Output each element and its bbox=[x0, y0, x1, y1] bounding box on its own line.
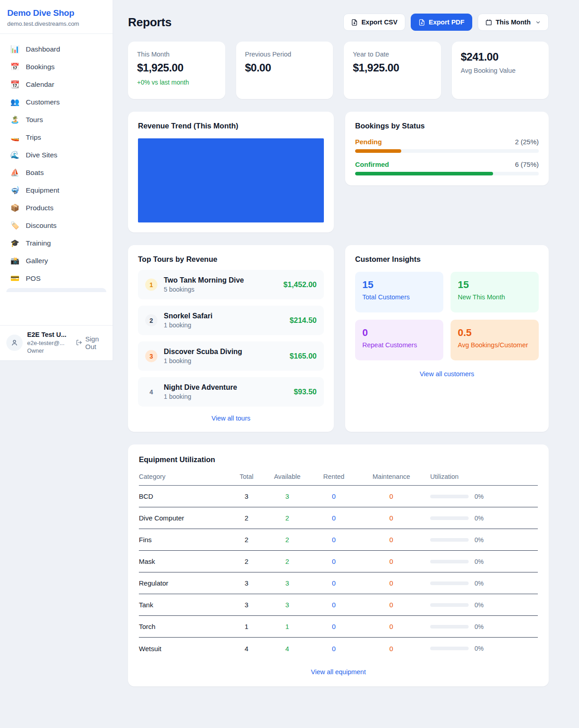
sidebar-item-label: Dashboard bbox=[26, 45, 60, 53]
user-role: Owner bbox=[27, 348, 71, 354]
revenue-trend-chart bbox=[138, 138, 324, 222]
shop-name[interactable]: Demo Dive Shop bbox=[7, 8, 105, 18]
rank-badge: 3 bbox=[145, 350, 157, 362]
sidebar-item-label: Gallery bbox=[26, 257, 48, 265]
sidebar-item-label: Products bbox=[26, 204, 53, 212]
tour-list-item[interactable]: 2 Snorkel Safari1 booking $214.50 bbox=[138, 306, 324, 335]
file-download-icon bbox=[418, 19, 425, 26]
progress-fill bbox=[355, 172, 493, 175]
equipment-utilization-title: Equipment Utilization bbox=[139, 455, 538, 464]
sidebar-item-gallery[interactable]: 📸Gallery bbox=[4, 252, 109, 269]
sidebar-item-boats[interactable]: ⛵Boats bbox=[4, 164, 109, 181]
equipment-maintenance: 0 bbox=[361, 536, 421, 544]
insight-tiles: 15 Total Customers 15 New This Month 0 R… bbox=[355, 272, 539, 360]
sidebar-item-calendar[interactable]: 📆Calendar bbox=[4, 76, 109, 93]
sidebar-item-discounts[interactable]: 🏷️Discounts bbox=[4, 217, 109, 234]
tour-name: Discover Scuba Diving bbox=[164, 348, 242, 355]
col-total: Total bbox=[225, 473, 268, 480]
tour-bookings-count: 1 booking bbox=[164, 357, 283, 364]
diving-mask-icon: 🤿 bbox=[10, 186, 20, 194]
stat-label: This Month bbox=[137, 51, 216, 58]
sidebar-item-reports-partial[interactable] bbox=[6, 288, 106, 292]
utilization-track bbox=[430, 625, 469, 629]
equipment-rented: 0 bbox=[306, 558, 361, 565]
sidebar-item-label: Discounts bbox=[26, 222, 57, 230]
rank-badge: 4 bbox=[145, 386, 157, 398]
equipment-utilization-card: Equipment Utilization Category Total Ava… bbox=[128, 444, 549, 686]
equipment-available: 3 bbox=[268, 492, 306, 500]
equipment-total: 3 bbox=[225, 601, 268, 609]
export-csv-button[interactable]: Export CSV bbox=[343, 14, 405, 31]
equipment-total: 2 bbox=[225, 558, 268, 565]
tour-list-item[interactable]: 1 Two Tank Morning Dive5 bookings $1,452… bbox=[138, 270, 324, 299]
period-dropdown[interactable]: This Month bbox=[478, 14, 549, 31]
sidebar-item-trips[interactable]: 🚤Trips bbox=[4, 128, 109, 146]
sign-out-icon bbox=[76, 339, 82, 346]
tile-value: 0.5 bbox=[458, 327, 532, 339]
utilization-pct: 0% bbox=[475, 558, 484, 565]
view-all-tours-link[interactable]: View all tours bbox=[138, 415, 324, 422]
period-label: This Month bbox=[496, 19, 531, 26]
sidebar-item-label: Calendar bbox=[26, 80, 54, 89]
equipment-total: 2 bbox=[225, 514, 268, 522]
tag-icon: 🏷️ bbox=[10, 221, 20, 230]
status-row-pending: Pending 2 (25%) bbox=[355, 138, 539, 153]
sidebar-item-tours[interactable]: 🏝️Tours bbox=[4, 111, 109, 128]
equipment-maintenance: 0 bbox=[361, 514, 421, 522]
sidebar-item-equipment[interactable]: 🤿Equipment bbox=[4, 181, 109, 199]
tour-name: Night Dive Adventure bbox=[164, 383, 237, 391]
equipment-rented: 0 bbox=[306, 492, 361, 500]
avatar bbox=[6, 335, 23, 351]
export-pdf-button[interactable]: Export PDF bbox=[411, 14, 472, 31]
tour-revenue: $165.00 bbox=[290, 352, 317, 360]
sidebar-item-training[interactable]: 🎓Training bbox=[4, 234, 109, 252]
tour-revenue: $214.50 bbox=[290, 316, 317, 325]
sidebar-header: Demo Dive Shop demo.test.divestreams.com bbox=[0, 0, 113, 34]
status-label: Pending bbox=[355, 138, 382, 146]
tile-label: Total Customers bbox=[362, 293, 436, 301]
view-all-equipment-link[interactable]: View all equipment bbox=[139, 668, 538, 676]
graduation-cap-icon: 🎓 bbox=[10, 239, 20, 247]
utilization-track bbox=[430, 647, 469, 650]
equipment-total: 3 bbox=[225, 492, 268, 500]
stat-value: $241.00 bbox=[461, 51, 540, 63]
package-icon: 📦 bbox=[10, 203, 20, 212]
utilization-track bbox=[430, 603, 469, 607]
table-row: Regulator 3 3 0 0 0% bbox=[139, 572, 538, 594]
sidebar-item-customers[interactable]: 👥Customers bbox=[4, 93, 109, 111]
status-value: 2 (25%) bbox=[515, 138, 539, 146]
utilization-pct: 0% bbox=[475, 645, 484, 652]
customer-insights-card: Customer Insights 15 Total Customers 15 … bbox=[345, 245, 549, 432]
equipment-rented: 0 bbox=[306, 623, 361, 630]
progress-track bbox=[355, 172, 539, 175]
equipment-rented: 0 bbox=[306, 536, 361, 544]
equipment-available: 3 bbox=[268, 601, 306, 609]
tile-label: New This Month bbox=[458, 293, 532, 301]
sign-out-button[interactable]: Sign Out bbox=[76, 335, 106, 350]
tile-label: Repeat Customers bbox=[362, 341, 436, 349]
calendar-icon: 📆 bbox=[10, 80, 20, 89]
equipment-total: 3 bbox=[225, 579, 268, 587]
sidebar-item-pos[interactable]: 💳POS bbox=[4, 269, 109, 287]
equipment-available: 2 bbox=[268, 536, 306, 544]
sidebar-item-dashboard[interactable]: 📊Dashboard bbox=[4, 40, 109, 58]
tile-label: Avg Bookings/Customer bbox=[458, 341, 532, 349]
sidebar-item-products[interactable]: 📦Products bbox=[4, 199, 109, 217]
view-all-customers-link[interactable]: View all customers bbox=[355, 370, 539, 378]
equipment-total: 4 bbox=[225, 645, 268, 652]
sailboat-icon: ⛵ bbox=[10, 168, 20, 177]
sidebar-item-bookings[interactable]: 📅Bookings bbox=[4, 58, 109, 76]
equipment-category: BCD bbox=[139, 492, 225, 500]
utilization-pct: 0% bbox=[475, 601, 484, 609]
tour-list-item[interactable]: 4 Night Dive Adventure1 booking $93.50 bbox=[138, 377, 324, 407]
top-tours-title: Top Tours by Revenue bbox=[138, 255, 324, 264]
sidebar-item-dive-sites[interactable]: 🌊Dive Sites bbox=[4, 146, 109, 164]
status-row-confirmed: Confirmed 6 (75%) bbox=[355, 161, 539, 175]
rank-badge: 1 bbox=[145, 279, 157, 291]
customer-insights-title: Customer Insights bbox=[355, 255, 539, 264]
table-row: Mask 2 2 0 0 0% bbox=[139, 551, 538, 572]
tour-list-item[interactable]: 3 Discover Scuba Diving1 booking $165.00 bbox=[138, 341, 324, 371]
person-icon bbox=[10, 339, 19, 347]
stat-delta: +0% vs last month bbox=[137, 79, 216, 86]
stat-year-to-date: Year to Date $1,925.00 bbox=[344, 42, 441, 99]
